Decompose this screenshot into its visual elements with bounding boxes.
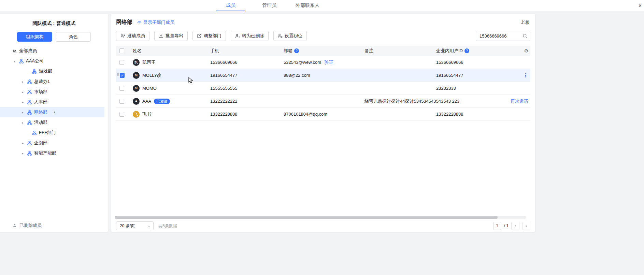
- member-name: AAA: [142, 99, 151, 104]
- caret-down-icon[interactable]: ▾: [14, 59, 19, 63]
- caret-right-icon[interactable]: ▸: [22, 90, 27, 94]
- next-page-button[interactable]: ›: [522, 222, 530, 230]
- tree-item-ceo-office[interactable]: ▸ 总裁办1: [0, 76, 108, 87]
- tree-item-label: 全部成员: [19, 48, 37, 54]
- more-vertical-icon[interactable]: ⋮: [52, 110, 57, 115]
- total-count-label: 共5条数据: [158, 223, 177, 229]
- verify-link[interactable]: 验证: [325, 60, 333, 65]
- table-row[interactable]: M MOMO 15555555555 23232333: [116, 82, 530, 95]
- help-icon[interactable]: ?: [464, 48, 469, 53]
- tab-members[interactable]: 成员: [216, 0, 245, 11]
- tree-item-label: 总裁办1: [34, 78, 50, 85]
- column-header-user-id: 企业内用户ID ?: [436, 48, 508, 54]
- tree-item-game-dept[interactable]: 游戏部: [0, 66, 108, 76]
- tree-item-hr-dept[interactable]: ▸ 人事部: [0, 97, 108, 107]
- org-structure-button[interactable]: 组织架构: [17, 32, 52, 42]
- help-icon[interactable]: ?: [294, 48, 299, 53]
- row-checkbox[interactable]: ✓: [120, 73, 125, 78]
- column-settings-gear-icon[interactable]: ⚙: [524, 48, 528, 54]
- horizontal-scrollbar: [115, 216, 526, 219]
- department-icon: [27, 90, 32, 94]
- tab-admins[interactable]: 管理员: [255, 0, 284, 11]
- search-box: [476, 31, 530, 41]
- tree-item-planning-dept[interactable]: ▸ 企划部: [0, 138, 108, 148]
- caret-right-icon[interactable]: ▸: [22, 141, 27, 145]
- person-arrow-icon: [235, 33, 240, 38]
- caret-right-icon[interactable]: ▸: [22, 111, 27, 114]
- tree-item-fff-dept[interactable]: FFF部门: [0, 128, 108, 138]
- department-icon: [32, 69, 37, 74]
- show-subdept-members-toggle[interactable]: 显示子部门成员: [137, 19, 174, 26]
- department-icon: [27, 79, 32, 84]
- select-all-checkbox[interactable]: [119, 48, 124, 53]
- member-phone: 15555555555: [210, 86, 284, 91]
- move-out-icon: [197, 33, 202, 38]
- reinvite-link[interactable]: 再次邀请: [511, 98, 528, 104]
- team-mode-title: 团队模式：普通模式: [0, 14, 108, 27]
- download-icon: [159, 33, 163, 38]
- search-input[interactable]: [476, 31, 530, 41]
- table-row[interactable]: 凯 凯西王 15366669666 532543@wew.com 验证 1536…: [116, 56, 530, 69]
- table-row[interactable]: A AAA 已邀请 13222222222 绕弯儿翁探讨探讨44探讨534534…: [116, 95, 530, 108]
- person-badge-icon: [278, 33, 283, 38]
- batch-export-button[interactable]: 批量导出: [154, 31, 188, 41]
- invite-member-button[interactable]: 邀请成员: [116, 31, 149, 41]
- table-row[interactable]: 飞 飞书 13322228888 8706101804@qq.com 13322…: [116, 108, 530, 121]
- caret-right-icon[interactable]: ▸: [22, 80, 27, 84]
- table-row[interactable]: ⠿ ✓ M MOLLY改 19166554477 888@22.com 1916…: [116, 69, 530, 82]
- tree-item-network-dept[interactable]: ▸ 网络部 ⋮: [0, 107, 104, 117]
- tree-item-smart-capacity-dept[interactable]: ▸ 智能产能部: [0, 148, 108, 158]
- tree-item-label: FFF部门: [39, 130, 56, 136]
- avatar: A: [133, 98, 140, 105]
- department-icon: [19, 59, 24, 63]
- tree-item-all-members[interactable]: 全部成员: [0, 46, 108, 56]
- department-icon: [27, 141, 32, 145]
- member-phone: 13322228888: [210, 112, 284, 117]
- member-user-id: 13322228888: [436, 112, 508, 117]
- avatar: 凯: [133, 59, 140, 66]
- close-icon[interactable]: ✕: [638, 0, 642, 11]
- roles-button[interactable]: 角色: [56, 32, 91, 42]
- caret-right-icon[interactable]: ▸: [22, 151, 27, 155]
- tree-item-label: 市场部: [34, 89, 47, 95]
- owner-label: 老板: [521, 19, 530, 26]
- tab-external-contacts[interactable]: 外部联系人: [289, 0, 326, 11]
- row-checkbox[interactable]: [119, 99, 124, 104]
- row-more-icon[interactable]: ⋮: [523, 72, 528, 78]
- tree-item-market-dept[interactable]: ▸ 市场部: [0, 87, 108, 97]
- department-title: 网络部: [116, 19, 132, 26]
- person-plus-icon: [120, 33, 125, 38]
- prev-page-button[interactable]: ‹: [511, 222, 519, 230]
- caret-right-icon[interactable]: ▸: [22, 100, 27, 104]
- move-to-deleted-button[interactable]: 转为已删除: [231, 31, 269, 41]
- toolbar: 邀请成员 批量导出 调整部门 转为已删除 设置职位: [111, 26, 535, 41]
- members-table: 姓名 手机 邮箱 ? 备注 企业内用户ID ? ⚙ 凯 凯西王: [116, 46, 530, 121]
- page-size-select[interactable]: 20 条/页 ⌄: [116, 221, 154, 230]
- tree-item-aaa-company[interactable]: ▾ AAA公司: [0, 56, 108, 66]
- member-user-id: 23232333: [436, 86, 508, 91]
- department-icon: [32, 131, 37, 135]
- search-icon[interactable]: [523, 33, 528, 39]
- main-panel: 网络部 显示子部门成员 老板 邀请成员 批量导出 调整部门 转为已删除: [111, 14, 535, 232]
- horizontal-scrollbar-thumb[interactable]: [115, 216, 498, 219]
- tree-item-label: 网络部: [34, 109, 47, 115]
- caret-right-icon[interactable]: ▸: [22, 121, 27, 125]
- sidebar: 团队模式：普通模式 组织架构 角色 全部成员 ▾ AAA公司: [0, 14, 108, 232]
- tree-item-activity-dept[interactable]: ▸ 活动部: [0, 117, 108, 128]
- row-checkbox[interactable]: [119, 60, 124, 65]
- department-icon: [27, 120, 32, 125]
- drag-handle-icon[interactable]: ⠿: [117, 73, 119, 77]
- row-checkbox[interactable]: [119, 86, 124, 91]
- page-number-input[interactable]: 1: [493, 222, 501, 230]
- pagination-bar: 20 条/页 ⌄ 共5条数据 1 / 1 ‹ ›: [116, 221, 530, 231]
- total-pages-label: / 1: [504, 223, 509, 228]
- deleted-members-link[interactable]: 已删除成员: [12, 222, 42, 229]
- chevron-down-icon: ⌄: [147, 224, 151, 228]
- set-position-button[interactable]: 设置职位: [273, 31, 307, 41]
- org-tree: 全部成员 ▾ AAA公司 游戏部 ▸: [0, 46, 108, 158]
- main-header: 网络部 显示子部门成员 老板: [111, 14, 535, 26]
- column-header-name: 姓名: [130, 48, 210, 54]
- adjust-department-button[interactable]: 调整部门: [192, 31, 226, 41]
- department-icon: [27, 151, 32, 156]
- row-checkbox[interactable]: [119, 112, 124, 117]
